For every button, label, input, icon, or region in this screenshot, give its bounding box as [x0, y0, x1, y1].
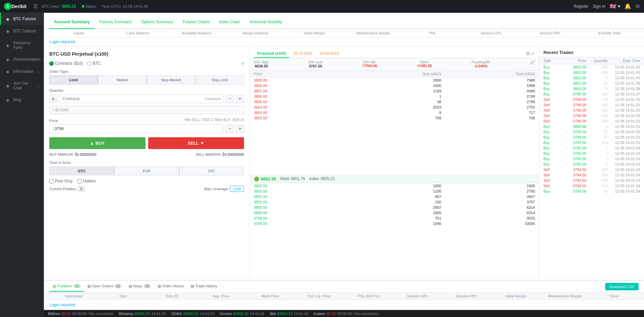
col-available-balance[interactable]: Available Balance	[167, 31, 226, 35]
ob-ask-row[interactable]: 3805.50382788	[250, 99, 539, 105]
col-margin-balance[interactable]: Margin Balance	[226, 31, 285, 35]
rt-row[interactable]: Buy3798.5010012-05 14:41:37	[539, 91, 644, 97]
order-type-stop-market[interactable]: Stop-Market	[147, 76, 195, 84]
bottom-tab-open-orders[interactable]: ▤ Open Orders [0]	[84, 281, 125, 292]
ob-ask-row[interactable]: 3808.0010005988	[250, 83, 539, 88]
hidden-checkbox[interactable]	[77, 179, 82, 183]
col-initial-margin[interactable]: Initial Margin	[285, 31, 344, 35]
bottom-tab-stops[interactable]: ▤ Stops [0]	[125, 281, 154, 292]
sidebar-item-btc-futures[interactable]: ◈ BTC Futures	[0, 13, 44, 25]
rt-row[interactable]: Buy3798.003712-05 14:41:25	[539, 135, 644, 140]
rt-row[interactable]: Sell3796.0034312-05 14:41:25	[539, 102, 644, 108]
rt-row[interactable]: Buy3795.00112-05 14:41:24	[539, 156, 644, 162]
rt-row[interactable]: Sell3794.5050012-05 14:41:24	[539, 178, 644, 183]
order-type-stop-limit[interactable]: Stop-Limit	[195, 76, 244, 84]
radio-contracts[interactable]: Contracts ($10)	[49, 61, 83, 66]
order-type-market[interactable]: Market	[98, 76, 146, 84]
col-pnl[interactable]: PNL	[403, 31, 462, 35]
ob-tab-perpetual[interactable]: Perpetual (x100)	[254, 49, 289, 58]
radio-contracts-input[interactable]	[49, 61, 54, 66]
hidden-label[interactable]: Hidden	[77, 179, 96, 183]
rt-row[interactable]: Buy3801.502112-05 14:41:38	[539, 81, 644, 86]
login-required-summary[interactable]: Login required	[44, 37, 644, 47]
rt-row[interactable]: Sell3794.5022412-05 14:41:24	[539, 167, 644, 172]
rt-row[interactable]: Buy3802.00812-05 14:41:43	[539, 75, 644, 81]
rt-row[interactable]: Sell3796.0031412-05 14:41:25	[539, 113, 644, 118]
rt-row[interactable]: Buy3797.5030312-05 14:41:25	[539, 140, 644, 145]
rt-row[interactable]: Sell3799.002012-05 14:41:30	[539, 97, 644, 102]
tab-options-summary[interactable]: Options Summary	[136, 16, 178, 29]
bottom-tab-positions[interactable]: ▤ Positions [0]	[49, 281, 84, 292]
hamburger-icon[interactable]: ☰	[33, 3, 38, 9]
sidebar-item-blog[interactable]: ◈ Blog	[0, 94, 44, 106]
rt-row[interactable]: Buy3802.5029212-05 14:41:43	[539, 64, 644, 70]
sidebar-item-insurance-fund[interactable]: ◈ Insurance Fund	[0, 37, 44, 53]
sell-button[interactable]: SELL ▼	[148, 137, 244, 149]
tab-index-chart[interactable]: Index Chart	[214, 16, 245, 29]
ob-tab-dec2018[interactable]: 28-12-2018	[290, 49, 316, 58]
rt-row[interactable]: Buy3802.0050012-05 14:41:43	[539, 70, 644, 75]
tif-gtc[interactable]: GTC	[49, 167, 114, 175]
col-delta-total[interactable]: Δ*|Delta Total	[580, 31, 639, 35]
ob-bid-row[interactable]: 3800.5026076314	[250, 205, 539, 210]
post-only-checkbox[interactable]	[49, 179, 54, 183]
price-decrease-button[interactable]: −	[226, 125, 234, 133]
ob-bid-row[interactable]: 3802.5016001600	[250, 183, 539, 189]
order-settings-icon[interactable]: ≡	[241, 61, 244, 66]
rt-row[interactable]: Sell3794.5050012-05 14:41:24	[539, 172, 644, 178]
language-selector[interactable]: 🇬🇧 ▾	[610, 3, 620, 9]
ob-ask-row[interactable]: 3804.5020332750	[250, 105, 539, 110]
col-cash-balance[interactable]: Cash Balance	[108, 31, 167, 35]
bottom-tab-trade-history[interactable]: ▤ Trade History	[187, 281, 220, 292]
price-increase-button[interactable]: +	[236, 125, 244, 133]
download-csv-button[interactable]: Download CSV	[605, 283, 639, 290]
rt-row[interactable]: Buy3800.001912-05 14:41:38	[539, 86, 644, 91]
ob-bid-row[interactable]: 3801.001003707	[250, 199, 539, 205]
ob-bid-row[interactable]: 3799.507019015	[250, 215, 539, 221]
ob-tab-mar2019[interactable]: 29-03-2019	[316, 49, 342, 58]
ob-ask-row[interactable]: 3806.5012789	[250, 94, 539, 99]
col-session-upl[interactable]: Session UPL	[462, 31, 521, 35]
ob-bid-row[interactable]: 3802.0011002700	[250, 189, 539, 194]
ob-expand-icon[interactable]: ⤢	[531, 51, 535, 56]
ob-ask-row[interactable]: 3804.009717	[250, 110, 539, 115]
notifications-icon[interactable]: 🔔	[624, 3, 631, 9]
qty-decrease-button[interactable]: −	[226, 95, 234, 103]
rt-row[interactable]: Buy3795.00112-05 14:41:24	[539, 145, 644, 151]
sidebar-item-documentation[interactable]: ◈ Documentation ▸	[0, 53, 44, 65]
radio-btc-input[interactable]	[87, 61, 91, 66]
col-equity[interactable]: Equity	[49, 31, 108, 35]
rt-row[interactable]: Sell3796.0020012-05 14:41:25	[539, 118, 644, 124]
tif-ioc[interactable]: IOC	[179, 167, 244, 175]
sidebar-item-btc-options[interactable]: ◈ BTC Options	[0, 25, 44, 37]
rt-row[interactable]: Buy3795.00212-05 14:41:24	[539, 162, 644, 167]
post-only-label[interactable]: Post Only	[49, 179, 73, 183]
ob-chart-icon[interactable]: 📈	[530, 60, 535, 68]
ob-ask-row[interactable]: 3803.50708708	[250, 115, 539, 121]
tab-historical-volatility[interactable]: Historical Volatility	[245, 16, 287, 29]
price-input[interactable]	[55, 126, 221, 131]
col-session-rpl[interactable]: Session RPL	[521, 31, 580, 35]
quantity-input[interactable]	[62, 96, 205, 101]
ob-bid-row[interactable]: 3800.0020008314	[250, 210, 539, 215]
ob-settings-icon[interactable]: ⚙	[526, 51, 530, 56]
bottom-tab-order-history[interactable]: ▤ Order History	[154, 281, 187, 292]
col-maintenance-margin[interactable]: Maintenance Margin	[344, 31, 403, 35]
sidebar-item-information[interactable]: ◈ Information ▸	[0, 65, 44, 78]
ob-bid-row[interactable]: 3801.509073607	[250, 194, 539, 199]
login-required-bottom[interactable]: Login required	[44, 300, 644, 310]
ob-ask-row[interactable]: 3807.0021994988	[250, 88, 539, 94]
rt-row[interactable]: Sell3796.0018612-05 14:41:25	[539, 108, 644, 113]
buy-button[interactable]: ▲ BUY	[49, 137, 145, 149]
ob-ask-row[interactable]: 3809.0020007988	[250, 78, 539, 83]
qty-increase-button[interactable]: +	[236, 95, 244, 103]
radio-btc[interactable]: BTC	[87, 61, 101, 66]
tab-futures-summary[interactable]: Futures Summary	[95, 16, 136, 29]
rt-row[interactable]: Buy3795.00112-05 14:41:24	[539, 151, 644, 156]
rt-row[interactable]: Buy3800.00612-05 14:41:25	[539, 124, 644, 129]
order-type-limit[interactable]: Limit	[49, 76, 98, 84]
rt-row[interactable]: Buy3799.003712-05 14:41:25	[539, 129, 644, 135]
signin-button[interactable]: Sign In	[593, 4, 605, 9]
rt-row[interactable]: Sell3794.5011612-05 14:41:24	[539, 183, 644, 189]
rt-row[interactable]: Buy3795.005012-05 14:41:24	[539, 189, 644, 194]
